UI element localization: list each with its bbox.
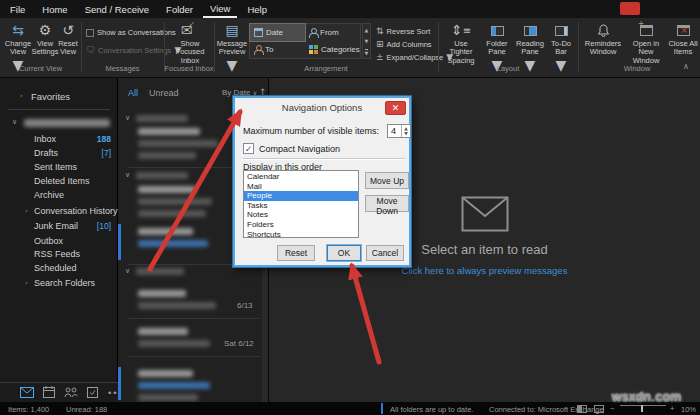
items-count: Items: 1,400 — [8, 405, 49, 414]
person-icon — [254, 45, 262, 54]
gallery-more-icon[interactable]: ▼ — [365, 49, 369, 56]
menu-tab-folder[interactable]: Folder — [159, 1, 200, 17]
todo-bar-label: To-Do Bar — [547, 40, 575, 57]
sidebar-item-inbox[interactable]: Inbox188 — [0, 134, 118, 146]
list-item-mail[interactable]: Mail — [244, 182, 358, 192]
sidebar-item-search-folders[interactable]: ›Search Folders — [0, 278, 118, 290]
folder-label: Deleted Items — [34, 176, 90, 186]
close-all-items-button[interactable]: × Close All Items — [668, 21, 698, 57]
checkbox-icon — [86, 29, 94, 37]
redacted-link-line — [138, 240, 208, 247]
menu-tab-view[interactable]: View — [203, 0, 237, 18]
group-label-window: Window — [578, 64, 696, 73]
sidebar-item-conversation-history[interactable]: ›Conversation History — [0, 206, 118, 218]
reading-view-icon[interactable] — [594, 405, 604, 413]
favorites-header[interactable]: › Favorites — [0, 91, 118, 103]
sidebar-item-scheduled[interactable]: Scheduled — [0, 263, 118, 275]
filter-all-tab[interactable]: All — [128, 88, 138, 98]
arrange-by-to[interactable]: To — [250, 41, 305, 58]
open-in-new-window-button[interactable]: ＋ Open in New Window — [626, 21, 666, 65]
zoom-out-button[interactable]: − — [610, 404, 614, 413]
folder-label: Inbox — [34, 134, 56, 144]
use-tighter-spacing-label: Use Tighter Spacing — [442, 40, 480, 65]
list-item-folders[interactable]: Folders — [244, 220, 358, 230]
list-item-tasks[interactable]: Tasks — [244, 201, 358, 211]
arrange-by-date[interactable]: Date — [250, 24, 305, 41]
status-bar: Items: 1,400 Unread: 188 All folders are… — [0, 402, 700, 415]
favorites-label: Favorites — [31, 91, 70, 102]
scroll-down-icon[interactable]: ▼ — [365, 38, 369, 44]
display-order-listbox[interactable]: Calendar Mail People Tasks Notes Folders… — [243, 170, 359, 238]
reset-button[interactable]: Reset — [277, 245, 315, 261]
max-items-value: 4 — [391, 126, 396, 136]
sidebar-item-sent-items[interactable]: Sent Items — [0, 162, 118, 174]
use-tighter-spacing-button[interactable]: ⇕≡ Use Tighter Spacing — [442, 21, 480, 65]
empty-state-title: Select an item to read — [421, 242, 547, 257]
reading-pane-label: Reading Pane — [514, 40, 546, 57]
zoom-slider-knob[interactable] — [641, 405, 643, 412]
max-items-label: Maximum number of visible items: — [243, 126, 379, 136]
zoom-in-button[interactable]: + — [670, 404, 674, 413]
ok-button[interactable]: OK — [327, 245, 361, 261]
collapse-ribbon-icon[interactable]: ∧ — [683, 62, 689, 71]
add-columns-label: Add Columns — [387, 40, 432, 49]
show-focused-inbox-button[interactable]: ✉✓ Show Focused Inbox — [172, 21, 208, 65]
filter-unread-tab[interactable]: Unread — [149, 88, 179, 98]
zoom-level[interactable]: 10% — [681, 405, 696, 414]
close-window-icon: × — [677, 21, 690, 40]
list-item-calendar[interactable]: Calendar — [244, 172, 358, 182]
calendar-module-icon[interactable] — [43, 384, 55, 402]
reverse-sort-button[interactable]: ⇅ Reverse Sort — [376, 26, 430, 36]
todo-bar-icon — [555, 21, 568, 40]
gallery-scroll-buttons[interactable]: ▲ ▼ ▼ — [362, 23, 371, 59]
arrange-by-categories[interactable]: Categories — [305, 41, 360, 58]
arrange-categories-label: Categories — [321, 45, 360, 54]
show-focused-inbox-label: Show Focused Inbox — [172, 40, 208, 65]
add-columns-button[interactable]: ⊞ Add Columns — [376, 39, 432, 49]
conversation-settings-button[interactable]: 🗨 Conversation Settings ▼ — [86, 45, 181, 55]
list-item-notes[interactable]: Notes — [244, 210, 358, 220]
sidebar-item-deleted-items[interactable]: Deleted Items — [0, 176, 118, 188]
categories-icon — [309, 45, 318, 54]
move-down-button[interactable]: Move Down — [365, 195, 409, 212]
folder-label: Archive — [34, 190, 64, 200]
sidebar-item-junk-email[interactable]: Junk Email[10] — [0, 221, 118, 233]
spinner-down-icon[interactable]: ▼ — [404, 131, 407, 136]
columns-icon: ⊞ — [376, 39, 384, 49]
always-preview-link[interactable]: Click here to always preview messages — [402, 265, 568, 276]
list-item-people-selected[interactable]: People — [244, 191, 358, 201]
list-item-shortcuts[interactable]: Shortcuts — [244, 230, 358, 240]
max-items-spinner[interactable]: 4 ▲▼ — [387, 124, 411, 138]
close-icon[interactable]: ✕ — [385, 101, 406, 115]
zoom-slider-track[interactable] — [620, 405, 666, 406]
reverse-sort-label: Reverse Sort — [387, 27, 431, 36]
menu-tab-help[interactable]: Help — [240, 1, 274, 17]
mail-module-icon[interactable] — [20, 384, 34, 402]
sidebar-item-rss-feeds[interactable]: RSS Feeds — [0, 249, 118, 261]
compact-navigation-checkbox[interactable]: ✓ — [243, 143, 254, 154]
group-label-messages: Messages — [81, 64, 164, 73]
account-header[interactable]: ∨ — [0, 117, 118, 129]
show-as-conversations-checkbox[interactable]: Show as Conversations — [86, 28, 176, 37]
menu-tab-file[interactable]: File — [3, 1, 32, 17]
scroll-up-icon[interactable]: ▲ — [365, 27, 369, 33]
menu-tab-send-receive[interactable]: Send / Receive — [78, 1, 156, 17]
reminders-window-button[interactable]: Reminders Window — [584, 21, 622, 57]
status-accent-bar — [381, 403, 383, 414]
normal-view-icon[interactable] — [577, 405, 587, 413]
sidebar-item-outbox[interactable]: Outbox — [0, 236, 118, 248]
cancel-button[interactable]: Cancel — [366, 245, 404, 261]
sidebar-item-archive[interactable]: Archive — [0, 190, 118, 202]
sidebar-item-drafts[interactable]: Drafts[7] — [0, 148, 118, 160]
reset-view-button[interactable]: ↺ Reset View — [56, 21, 80, 57]
selected-row-indicator — [118, 367, 121, 400]
focused-inbox-icon: ✉✓ — [181, 21, 199, 40]
arrange-by-from[interactable]: From — [305, 24, 360, 41]
people-module-icon[interactable] — [64, 384, 78, 402]
tasks-module-icon[interactable] — [87, 384, 98, 402]
navigation-options-dialog: Navigation Options ✕ Maximum number of v… — [233, 96, 411, 267]
redacted-sender — [138, 128, 200, 135]
move-up-button[interactable]: Move Up — [365, 172, 409, 189]
new-window-icon: ＋ — [640, 21, 653, 40]
menu-tab-home[interactable]: Home — [35, 1, 74, 17]
